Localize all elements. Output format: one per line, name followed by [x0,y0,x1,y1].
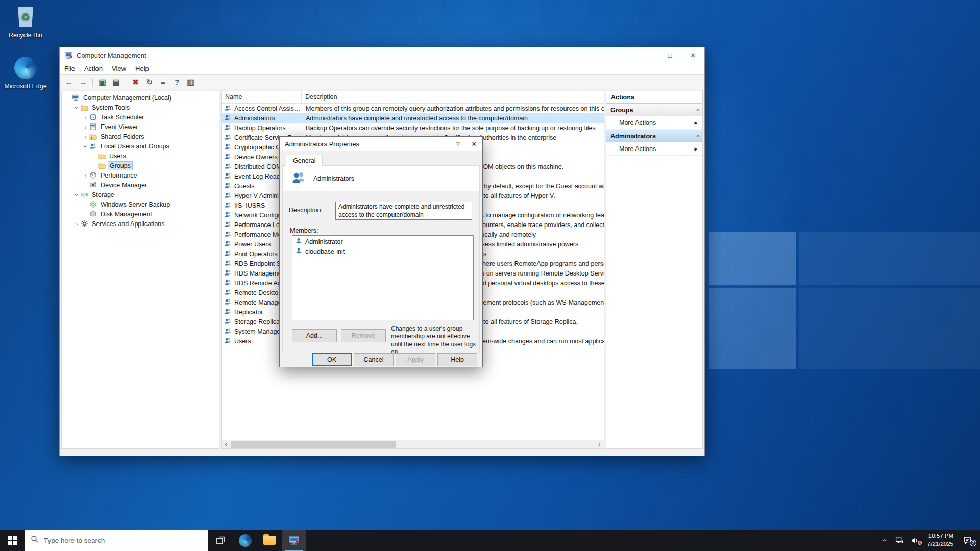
tree-item-local-users-and-groups[interactable]: ›Local Users and Groups [62,141,219,151]
title-bar[interactable]: Computer Management – □ ✕ [60,47,704,63]
tree-item-users[interactable]: Users [62,151,219,161]
help-button[interactable]: Help [437,353,477,366]
desktop-icon-label: Microsoft Edge [4,83,47,90]
group-icon [224,114,232,123]
tree-item-device-manager[interactable]: Device Manager [62,180,219,190]
show-hide-action-pane-icon[interactable]: ▥ [184,76,197,88]
group-icon [224,191,232,201]
dialog-title-bar[interactable]: Administrators Properties ? ✕ [280,137,482,151]
forward-icon[interactable]: → [77,76,89,88]
action-center-button[interactable]: 2 [960,536,975,545]
folder-icon [98,152,108,160]
list-row-administrators[interactable]: AdministratorsAdministrators have comple… [222,113,604,123]
menu-help[interactable]: Help [131,65,154,72]
tree-chevron-icon[interactable]: › [74,191,81,198]
desktop-icon-recycle-bin[interactable]: ♻ Recycle Bin [4,4,47,39]
show-hide-console-tree-icon[interactable]: ▣ [96,76,109,88]
group-name-text: Replicator [234,309,263,316]
menu-view[interactable]: View [107,65,131,72]
taskbar-search-box[interactable]: Type here to search [24,530,208,551]
tree-item-shared-folders[interactable]: ›Shared Folders [62,132,219,141]
tree-item-disk-management[interactable]: Disk Management [62,209,219,219]
tree-chevron-icon[interactable]: › [82,123,89,131]
tree-item-services-and-applications[interactable]: ›Services and Applications [62,219,219,229]
hidden-icons-button[interactable]: › [878,536,891,544]
desktop-icon-label: Recycle Bin [4,32,47,39]
column-header-name[interactable]: Name [222,91,302,103]
horizontal-scrollbar[interactable]: ‹ › [222,440,604,448]
recycle-bin-icon: ♻ [4,4,47,30]
collapse-chevron-icon[interactable]: › [693,135,701,137]
column-header-description[interactable]: Description [302,91,604,103]
group-icon [224,288,232,297]
dialog-help-icon[interactable]: ? [450,137,466,151]
tree-chevron-icon[interactable]: › [82,133,89,140]
users-icon [89,142,99,150]
dialog-body: General > Administrators Description: Ad… [280,151,482,368]
list-row-backup-operators[interactable]: Backup OperatorsBackup Operators can ove… [222,123,604,133]
properties-icon[interactable]: ▤ [110,76,122,88]
toolbar: ←→▣▤✖↻≡?▥ [60,75,704,89]
tab-general[interactable]: General [286,155,323,166]
dialog-close-icon[interactable]: ✕ [466,137,482,151]
description-field[interactable]: Administrators have complete and unrestr… [335,202,472,220]
refresh-icon[interactable]: ↻ [143,76,156,88]
tree-item-system-tools[interactable]: ›System Tools [62,103,219,112]
menu-action[interactable]: Action [80,65,107,72]
collapse-chevron-icon[interactable]: › [693,109,701,111]
file-explorer-icon [263,536,276,545]
scroll-right-arrow[interactable]: › [595,440,604,448]
tree-chevron-icon[interactable]: › [73,220,81,228]
start-button[interactable] [0,530,24,551]
list-row-access-control-assistance-operators[interactable]: Access Control Assistance OperatorsMembe… [222,104,604,113]
tree-chevron-icon[interactable]: › [82,172,89,179]
task-view-button[interactable] [208,530,233,551]
taskbar-file-explorer-button[interactable] [257,530,282,551]
scrollbar-track[interactable] [230,440,595,448]
taskbar-edge-button[interactable] [233,530,257,551]
help-icon[interactable]: ? [170,76,183,88]
members-list[interactable]: Administratorcloudbase-init [292,235,474,320]
more-actions-administrators[interactable]: More Actions▸ [606,142,702,156]
clock-date: 7/21/2025 [927,540,953,548]
taskbar-computer-management-button[interactable] [282,530,306,551]
tree-item-computer-management-local[interactable]: Computer Management (Local) [62,93,219,103]
tree-item-task-scheduler[interactable]: ›Task Scheduler [62,112,219,122]
more-actions-groups[interactable]: More Actions▸ [606,116,702,130]
maximize-button[interactable]: □ [658,47,681,63]
tree-item-performance[interactable]: ›Performance [62,170,219,180]
wallpaper-pane [709,232,796,285]
scrollbar-thumb[interactable] [231,441,396,448]
close-button[interactable]: ✕ [681,47,704,63]
tree-item-windows-server-backup[interactable]: Windows Server Backup [62,199,219,209]
actions-section-groups[interactable]: Groups› [606,104,702,116]
cancel-button[interactable]: Cancel [354,353,394,366]
taskbar-clock[interactable]: 10:57 PM 7/21/2025 [924,532,957,548]
delete-icon[interactable]: ✖ [129,76,142,88]
member-administrator[interactable]: Administrator [292,237,473,246]
group-description-cell: Members of this group can remotely query… [302,105,604,112]
tree-chevron-icon[interactable]: › [74,104,81,111]
tree-chevron-icon[interactable]: › [82,142,89,150]
back-icon[interactable]: ← [63,76,76,88]
tree-chevron-icon[interactable]: › [82,114,89,121]
shared-folders-icon [89,133,99,140]
member-cloudbase-init[interactable]: cloudbase-init [292,246,473,256]
add-button[interactable]: Add... [292,329,337,342]
volume-icon[interactable] [909,536,921,545]
search-placeholder: Type here to search [44,537,105,544]
minimize-button[interactable]: – [635,47,658,63]
ok-button[interactable]: OK [312,353,352,366]
export-list-icon[interactable]: ≡ [157,76,169,88]
menu-file[interactable]: File [60,65,80,72]
actions-section-administrators[interactable]: Administrators› [606,130,702,142]
tree-item-groups[interactable]: Groups [62,161,219,170]
desktop-icon-microsoft-edge[interactable]: Microsoft Edge [4,55,47,90]
tree-item-storage[interactable]: ›Storage [62,190,219,199]
network-icon[interactable] [894,536,906,545]
tree-item-event-viewer[interactable]: ›Event Viewer [62,122,219,132]
clock-time: 10:57 PM [927,532,953,540]
scroll-left-arrow[interactable]: ‹ [222,440,230,448]
tree-item-label: Storage [90,191,116,199]
actions-pane: Actions Groups›More Actions▸Administrato… [606,91,703,449]
